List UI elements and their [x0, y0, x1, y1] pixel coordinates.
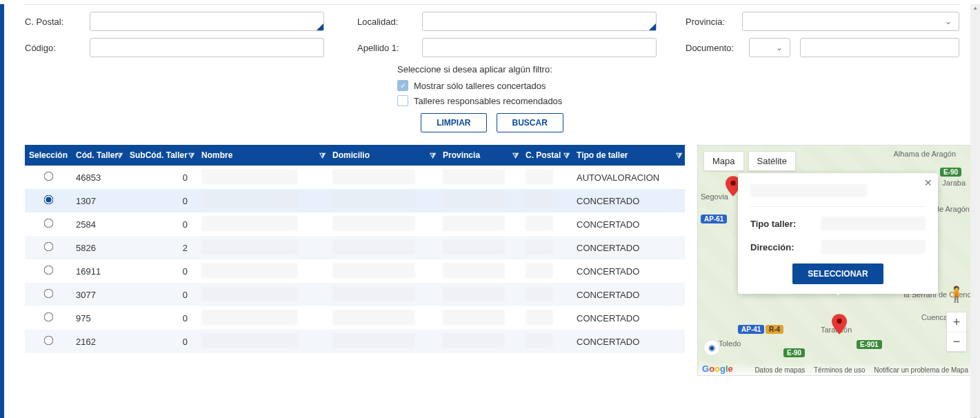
- table-row[interactable]: 169110CONCERTADO: [25, 259, 685, 283]
- filter-block: Seleccione si desea aplicar algún filtro…: [397, 64, 973, 106]
- checkbox-concertados-label: Mostrar sólo talleres concertados: [414, 81, 546, 91]
- cell-provincia: [439, 212, 521, 236]
- checkbox-recomendados-label: Talleres responsables recomendados: [414, 96, 562, 106]
- limpiar-button[interactable]: LIMPIAR: [421, 113, 486, 132]
- search-form: C. Postal: Localidad: Provincia: ⌄ Códig…: [11, 5, 973, 57]
- cell-cod: 46853: [72, 166, 126, 189]
- apellido-input[interactable]: [422, 38, 657, 57]
- th-tipo[interactable]: Tipo de taller⧩: [572, 145, 685, 166]
- filter-icon[interactable]: ⧩: [512, 151, 519, 160]
- th-seleccion[interactable]: Selección: [25, 145, 72, 166]
- cell-cpostal: [521, 166, 572, 189]
- row-radio[interactable]: [43, 242, 53, 252]
- table-row[interactable]: 9750CONCERTADO: [25, 306, 685, 330]
- filter-icon[interactable]: ⧩: [563, 151, 570, 160]
- th-subcod[interactable]: SubCód. Taller⧩: [126, 145, 197, 166]
- cell-tipo: CONCERTADO: [572, 236, 685, 259]
- documento-type-select[interactable]: ⌄: [749, 38, 790, 57]
- provincia-select[interactable]: ⌄: [742, 12, 959, 31]
- row-radio[interactable]: [43, 172, 53, 181]
- filter-icon[interactable]: ⧩: [117, 151, 123, 160]
- map-tab-satellite[interactable]: Satélite: [748, 151, 796, 171]
- svg-point-1: [837, 319, 841, 324]
- cell-nombre: [197, 330, 328, 353]
- table-row[interactable]: 30770CONCERTADO: [25, 283, 685, 306]
- info-tipo-value: [821, 217, 926, 230]
- checkbox-recomendados[interactable]: [397, 95, 408, 106]
- cell-cpostal: [521, 236, 572, 259]
- pegman-icon[interactable]: 🧍: [947, 286, 966, 303]
- th-domicilio[interactable]: Domicilio⧩: [328, 145, 439, 166]
- table-row[interactable]: 21620CONCERTADO: [25, 330, 685, 353]
- cell-cod: 16911: [72, 259, 126, 283]
- buscar-button[interactable]: BUSCAR: [497, 113, 563, 132]
- filter-icon[interactable]: ⧩: [676, 151, 682, 160]
- cell-domicilio: [328, 189, 439, 212]
- th-provincia[interactable]: Provincia⧩: [439, 145, 521, 166]
- results-table: Selección Cód. Taller⧩ SubCód. Taller⧩ N…: [25, 145, 685, 376]
- cell-tipo: CONCERTADO: [572, 189, 685, 212]
- cell-cpostal: [521, 212, 572, 236]
- map-tab-map[interactable]: Mapa: [703, 151, 744, 171]
- map-datos-link[interactable]: Datos de mapas: [754, 366, 805, 374]
- cell-domicilio: [328, 330, 439, 353]
- checkbox-concertados[interactable]: ✓: [397, 80, 408, 91]
- table-row[interactable]: 468530AUTOVALORACION: [25, 166, 685, 189]
- th-nombre[interactable]: Nombre⧩: [197, 145, 328, 166]
- zoom-out-button[interactable]: −: [947, 332, 966, 351]
- road-badge: AP-41: [738, 325, 764, 334]
- filter-icon[interactable]: ⧩: [188, 151, 194, 160]
- table-row[interactable]: 58262CONCERTADO: [25, 236, 685, 259]
- row-radio[interactable]: [43, 312, 53, 322]
- cell-nombre: [197, 283, 328, 306]
- th-cod-taller[interactable]: Cód. Taller⧩: [72, 145, 126, 166]
- close-icon[interactable]: ✕: [924, 177, 932, 188]
- cell-tipo: CONCERTADO: [572, 212, 685, 236]
- zoom-in-button[interactable]: +: [947, 312, 966, 332]
- row-radio[interactable]: [43, 289, 53, 299]
- cpostal-input[interactable]: [90, 12, 324, 31]
- map: Mapa Satélite Alhama de Aragón E-90 Jara…: [697, 145, 973, 376]
- table-row[interactable]: 13070CONCERTADO: [25, 189, 685, 212]
- svg-point-0: [730, 181, 735, 186]
- my-location-icon[interactable]: ◉: [703, 339, 720, 356]
- cell-tipo: CONCERTADO: [572, 306, 685, 330]
- table-row[interactable]: 25840CONCERTADO: [25, 212, 685, 236]
- row-radio[interactable]: [43, 195, 53, 205]
- seleccionar-button[interactable]: SELECCIONAR: [792, 263, 883, 284]
- row-radio[interactable]: [43, 219, 53, 228]
- row-radio[interactable]: [43, 336, 53, 346]
- map-label: Cuenca: [921, 313, 948, 321]
- road-badge: E-90: [940, 168, 961, 177]
- road-badge: R-4: [766, 325, 783, 334]
- th-cpostal[interactable]: C. Postal⧩: [521, 145, 572, 166]
- label-documento: Documento:: [686, 43, 739, 53]
- vertical-scrollbar[interactable]: [970, 4, 980, 418]
- cell-nombre: [197, 306, 328, 330]
- road-badge: AP-61: [701, 215, 727, 223]
- filter-icon[interactable]: ⧩: [319, 151, 326, 160]
- row-radio[interactable]: [43, 266, 53, 275]
- codigo-input[interactable]: [90, 38, 324, 57]
- localidad-input[interactable]: [422, 12, 657, 31]
- cell-provincia: [439, 166, 521, 189]
- cell-cod: 3077: [72, 283, 126, 306]
- map-label: Segovia: [701, 192, 728, 201]
- cell-domicilio: [328, 212, 439, 236]
- map-label: Alhama de Aragón: [893, 150, 956, 158]
- road-badge: E-901: [857, 340, 882, 349]
- cell-nombre: [197, 212, 328, 236]
- cell-provincia: [439, 306, 521, 330]
- map-terminos-link[interactable]: Términos de uso: [814, 366, 865, 374]
- cell-domicilio: [328, 236, 439, 259]
- cell-cpostal: [521, 330, 572, 353]
- info-title: [750, 184, 868, 197]
- cell-nombre: [197, 259, 328, 283]
- cell-cod: 2162: [72, 330, 126, 353]
- filter-icon[interactable]: ⧩: [430, 151, 436, 160]
- documento-input[interactable]: [800, 38, 959, 57]
- map-marker-icon[interactable]: [832, 314, 847, 335]
- cell-provincia: [439, 330, 521, 353]
- cell-domicilio: [328, 306, 439, 330]
- map-notificar-link[interactable]: Notificar un problema de Mapa: [874, 366, 968, 374]
